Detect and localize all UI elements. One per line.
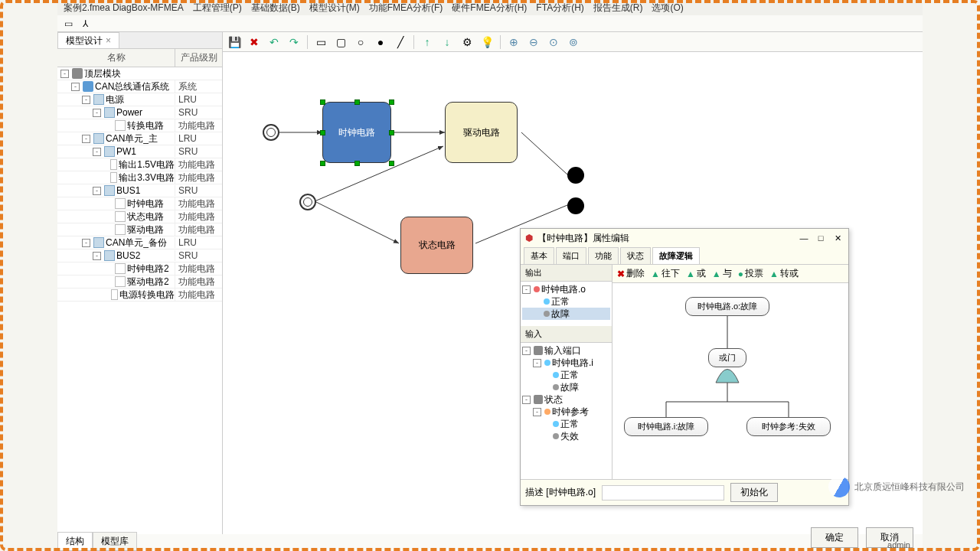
zoom-out-icon[interactable]: ⊖	[527, 35, 541, 49]
menu-item[interactable]: 模型设计(M)	[309, 2, 360, 14]
tab-library[interactable]: 模型库	[93, 532, 137, 551]
section-output: 输出	[521, 265, 612, 282]
tab-state[interactable]: 状态	[620, 247, 651, 264]
svg-line-2	[521, 132, 567, 174]
fault-top-node[interactable]: 时钟电路.o:故障	[685, 297, 769, 316]
dialog-title: 【时钟电路】属性编辑	[537, 232, 629, 245]
tab-port[interactable]: 端口	[556, 247, 586, 264]
dialog-bottom: 描述 [时钟电路.o] 初始化	[521, 479, 848, 505]
node-clock[interactable]: 时钟电路	[322, 102, 391, 163]
output-tree[interactable]: -时钟电路.o 正常 故障	[521, 282, 612, 326]
property-dialog: ⬢ 【时钟电路】属性编辑 — □ ✕ 基本 端口 功能 状态 故障逻辑	[520, 228, 849, 506]
and-button[interactable]: ▲与	[712, 267, 732, 280]
circle-icon[interactable]: ○	[354, 35, 368, 49]
dialog-tabs: 基本 端口 功能 状态 故障逻辑	[521, 247, 848, 265]
ok-button[interactable]: 确定	[811, 527, 858, 548]
watermark: 北京质远恒峰科技有限公司	[828, 476, 965, 497]
cube-icon: ⬢	[525, 233, 533, 243]
undo-icon[interactable]: ↶	[267, 35, 281, 49]
arrow-up-icon[interactable]: ↑	[420, 35, 434, 49]
save-icon[interactable]: 💾	[227, 35, 241, 49]
rect-icon[interactable]: ▭	[314, 35, 328, 49]
end-node[interactable]	[567, 167, 584, 184]
tree-header: 名称 产品级别	[57, 49, 222, 67]
or-button[interactable]: ▲或	[686, 267, 706, 280]
end-node-2[interactable]	[567, 197, 584, 214]
dialog-titlebar[interactable]: ⬢ 【时钟电路】属性编辑 — □ ✕	[521, 229, 848, 247]
status-user: admin	[887, 540, 910, 549]
gear-icon[interactable]: ⚙	[460, 35, 474, 49]
zoom-in-icon[interactable]: ⊕	[507, 35, 521, 49]
delete-button[interactable]: ✖删除	[617, 267, 645, 280]
collapse-icon[interactable]: ▭	[62, 18, 74, 30]
maximize-icon[interactable]: □	[815, 233, 827, 243]
menu-item[interactable]: 硬件FMEA分析(H)	[452, 2, 527, 14]
hierarchy-icon[interactable]: ⅄	[79, 18, 91, 30]
close-icon[interactable]: ×	[106, 35, 111, 46]
tab-function[interactable]: 功能	[588, 247, 619, 264]
vote-button[interactable]: ●投票	[738, 267, 763, 280]
left-bottom-tabs: 结构 模型库	[57, 532, 137, 551]
app-toolbar: ▭ ⅄	[57, 15, 923, 32]
dialog-left-panel: 输出 -时钟电路.o 正常 故障 输入 -输入端口 -时钟电路.i 正常	[521, 265, 612, 479]
delete-icon[interactable]: ✖	[247, 35, 261, 49]
svg-line-3	[315, 201, 399, 243]
diagram-canvas[interactable]: 时钟电路 驱动电路 状态电路 ⬢ 【时钟电路】属性编辑 — □ ✕	[223, 52, 923, 534]
menu-item[interactable]: 选项(O)	[652, 2, 683, 14]
fault-tree-canvas[interactable]: 时钟电路.o:故障 或门 时钟电路.i:故障 时钟参考:失效	[612, 283, 848, 479]
input-tree[interactable]: -输入端口 -时钟电路.i 正常 故障 -状态 -时钟参考 正常 失效	[521, 343, 612, 479]
menubar: 案例2.fmea DiagBox-MFMEA 工程管理(P) 基础数据(B) 模…	[57, 0, 923, 15]
zoom-fit-icon[interactable]: ⊙	[547, 35, 560, 49]
close-icon[interactable]: ✕	[831, 233, 844, 243]
transfer-button[interactable]: ▲转或	[769, 267, 799, 280]
desc-input[interactable]	[602, 485, 724, 500]
desc-label: 描述 [时钟电路.o]	[525, 486, 596, 499]
line-icon[interactable]: ╱	[394, 35, 407, 49]
product-tree[interactable]: -顶层模块-CAN总线通信系统系统-电源LRU-PowerSRU转换电路功能电路…	[57, 67, 222, 534]
init-button[interactable]: 初始化	[730, 483, 778, 502]
fault-gate-node[interactable]: 或门	[708, 348, 746, 367]
logo-icon	[825, 472, 854, 501]
tab-basic[interactable]: 基本	[524, 247, 554, 264]
down-button[interactable]: ▲往下	[651, 267, 680, 280]
round-rect-icon[interactable]: ▢	[334, 35, 348, 49]
bulb-icon[interactable]: 💡	[480, 35, 494, 49]
start-node-2[interactable]	[299, 194, 316, 210]
menu-item[interactable]: 基础数据(B)	[251, 2, 300, 14]
left-tab-bar: 模型设计 ×	[57, 32, 222, 49]
zoom-reset-icon[interactable]: ⊚	[567, 35, 580, 49]
tab-model-design[interactable]: 模型设计 ×	[57, 32, 119, 48]
tab-fault-logic[interactable]: 故障逻辑	[652, 247, 700, 264]
node-state[interactable]: 状态电路	[400, 217, 473, 274]
section-input: 输入	[521, 326, 612, 343]
tab-structure[interactable]: 结构	[57, 532, 93, 551]
start-node[interactable]	[263, 124, 279, 141]
arrow-down-icon[interactable]: ↓	[440, 35, 454, 49]
menu-item[interactable]: 功能FMEA分析(F)	[369, 2, 443, 14]
redo-icon[interactable]: ↷	[287, 35, 301, 49]
fault-toolbar: ✖删除 ▲往下 ▲或 ▲与 ●投票 ▲转或	[612, 265, 848, 283]
minimize-icon[interactable]: —	[798, 233, 810, 243]
menu-item[interactable]: 工程管理(P)	[193, 2, 242, 14]
filled-circle-icon[interactable]: ●	[374, 35, 387, 49]
fault-right-node[interactable]: 时钟参考:失效	[746, 417, 831, 436]
node-drive[interactable]: 驱动电路	[445, 102, 518, 163]
menu-item[interactable]: 报告生成(R)	[593, 2, 643, 14]
menu-item[interactable]: FTA分析(H)	[536, 2, 583, 14]
fault-left-node[interactable]: 时钟电路.i:故障	[624, 417, 708, 436]
canvas-toolbar: 💾 ✖ ↶ ↷ ▭ ▢ ○ ● ╱ ↑ ↓ ⚙ 💡 ⊕ ⊖ ⊙ ⊚	[223, 32, 923, 52]
title-fragment: 案例2.fmea DiagBox-MFMEA	[64, 2, 184, 14]
